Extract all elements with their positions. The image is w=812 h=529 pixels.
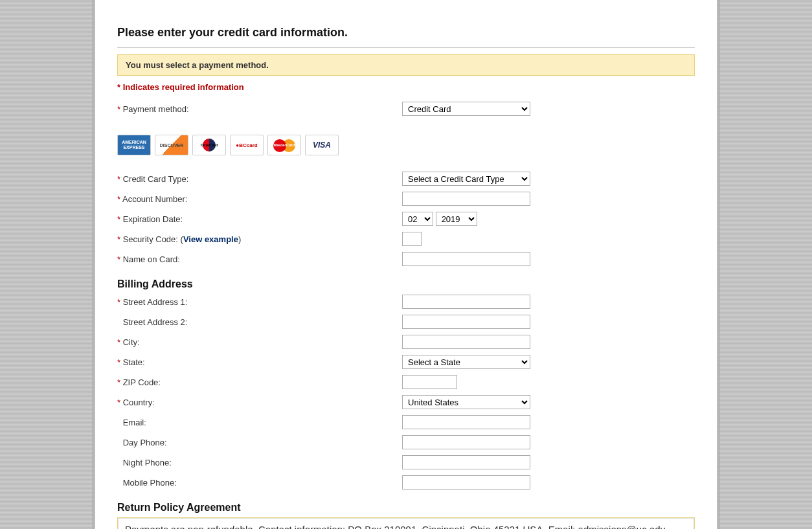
policy-text: Payments are non-refundable. Contact inf…	[118, 518, 694, 529]
zip-row: * ZIP Code:	[117, 374, 695, 390]
name-on-card-input[interactable]	[402, 252, 530, 266]
expiration-year-select[interactable]: 2019	[436, 212, 477, 226]
expiration-month-select[interactable]: 02	[402, 212, 433, 226]
account-number-label: Account Number:	[122, 194, 187, 204]
street1-row: * Street Address 1:	[117, 294, 695, 310]
security-code-row: * Security Code: (View example)	[117, 231, 695, 247]
night-phone-input[interactable]	[402, 455, 530, 469]
security-code-input[interactable]	[402, 232, 422, 246]
mobile-phone-input[interactable]	[402, 475, 530, 490]
required-note: * Indicates required information	[117, 82, 695, 92]
account-number-row: * Account Number:	[117, 191, 695, 207]
cc-type-row: * Credit Card Type: Select a Credit Card…	[117, 171, 695, 186]
email-row: * Email:	[117, 414, 695, 430]
bccard-icon: ●BCcard	[230, 135, 264, 155]
name-on-card-row: * Name on Card:	[117, 251, 695, 267]
cc-type-label: Credit Card Type:	[123, 174, 189, 184]
dinacard-icon: DinaCard	[192, 135, 226, 155]
state-select[interactable]: Select a State	[402, 355, 530, 369]
mastercard-icon: MasterCard	[267, 135, 301, 155]
payment-method-select[interactable]: Credit Card	[402, 102, 530, 116]
state-row: * State: Select a State	[117, 354, 695, 370]
payment-method-row: * Payment method: Credit Card	[117, 101, 695, 117]
view-example-link[interactable]: View example	[183, 234, 238, 244]
street2-input[interactable]	[402, 315, 530, 329]
zip-input[interactable]	[402, 375, 457, 389]
cc-type-select[interactable]: Select a Credit Card Type	[402, 172, 530, 186]
discover-icon: DISCOVER	[155, 135, 188, 155]
mobile-phone-row: * Mobile Phone:	[117, 475, 695, 490]
page-title: Please enter your credit card informatio…	[117, 26, 695, 42]
day-phone-input[interactable]	[402, 435, 530, 449]
card-logos: AMERICAN EXPRESS DISCOVER DinaCard ●BCca…	[117, 135, 695, 155]
amex-icon: AMERICAN EXPRESS	[117, 135, 151, 155]
payment-method-label: * Payment method:	[117, 104, 402, 114]
expiration-row: * Expiration Date: 02 2019	[117, 211, 695, 227]
warning-box: You must select a payment method.	[117, 54, 695, 76]
country-select[interactable]: United States	[402, 395, 530, 409]
billing-heading: Billing Address	[117, 278, 695, 290]
night-phone-row: * Night Phone:	[117, 455, 695, 470]
street2-row: * Street Address 2:	[117, 314, 695, 330]
account-number-input[interactable]	[402, 192, 530, 206]
policy-box: Payments are non-refundable. Contact inf…	[117, 517, 695, 529]
form-container: Please enter your credit card informatio…	[93, 0, 719, 529]
return-policy-heading: Return Policy Agreement	[117, 502, 695, 513]
country-row: * Country: United States	[117, 394, 695, 410]
security-code-label: Security Code: (	[123, 234, 183, 244]
email-input[interactable]	[402, 415, 530, 429]
divider	[117, 47, 695, 48]
city-input[interactable]	[402, 335, 530, 349]
visa-icon: VISA	[305, 135, 339, 155]
expiration-label: Expiration Date:	[123, 214, 183, 224]
name-on-card-label: Name on Card:	[123, 254, 180, 264]
city-row: * City:	[117, 334, 695, 350]
street1-input[interactable]	[402, 295, 530, 309]
day-phone-row: * Day Phone:	[117, 434, 695, 450]
